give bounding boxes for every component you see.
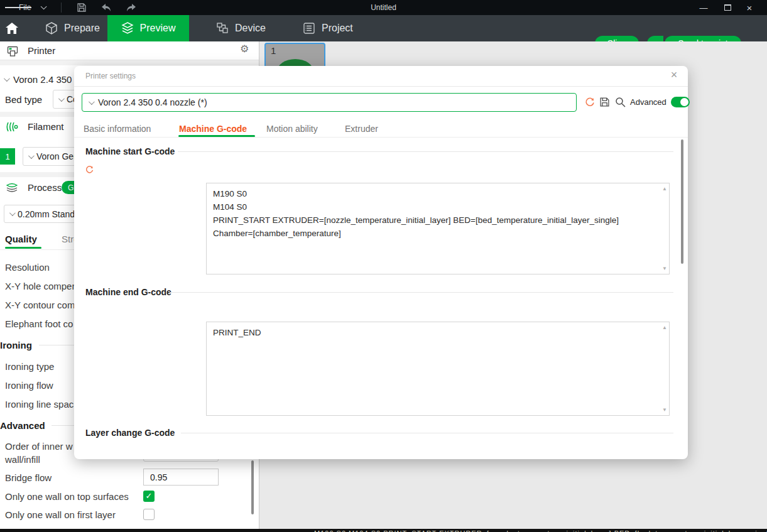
gear-icon[interactable]: ⚙ — [240, 43, 249, 55]
tab-project[interactable]: Project — [296, 15, 359, 41]
param-resolution[interactable]: Resolution — [5, 262, 50, 273]
process-preset-value: 0.20mm Stand — [18, 209, 75, 219]
tab-prepare[interactable]: Prepare — [39, 15, 106, 41]
bridge-flow-input[interactable] — [143, 469, 219, 486]
filament-section-title: Filament — [28, 121, 64, 132]
process-section-title: Process — [28, 182, 62, 193]
bottom-clipped-bar: M190 S0 M104 S0 PRINT_START EXTRUDER=[no… — [0, 529, 767, 532]
machine-end-gcode-box: PRINT_END ▲ ▼ — [206, 322, 670, 416]
dialog-preset-select[interactable]: Voron 2.4 350 0.4 nozzle (*) — [82, 93, 577, 112]
process-icon — [5, 181, 19, 193]
param-order-line2[interactable]: wall/infill — [5, 454, 40, 465]
machine-start-header: Machine start G-code — [85, 146, 175, 156]
close-window-icon[interactable]: × — [740, 0, 759, 15]
only-one-wall-top-checkbox[interactable]: ✓ — [143, 491, 155, 502]
param-ironing-type[interactable]: Ironing type — [5, 361, 54, 372]
scroll-up-icon[interactable]: ▲ — [662, 325, 667, 330]
dialog-scrollbar[interactable] — [681, 139, 683, 264]
only-one-wall-first-label: Only one wall on first layer — [5, 509, 116, 520]
param-ironing-spacing[interactable]: Ironing line spac — [5, 399, 73, 410]
tab-project-label: Project — [322, 23, 353, 34]
chevron-down-icon — [89, 99, 95, 105]
scroll-down-icon[interactable]: ▼ — [662, 266, 667, 271]
advanced-label: Advanced — [630, 97, 666, 107]
machine-start-gcode-textarea[interactable]: M190 S0 M104 S0 PRINT_START EXTRUDER=[no… — [207, 183, 669, 274]
printer-preset-select[interactable]: Voron 2.4 350 ( — [4, 74, 78, 85]
advanced-header: Advanced — [0, 420, 45, 431]
advanced-toggle[interactable] — [671, 97, 690, 107]
printer-settings-dialog: Printer settings × Voron 2.4 350 0.4 noz… — [74, 66, 688, 459]
reset-param-icon[interactable] — [85, 165, 94, 175]
project-icon — [303, 22, 315, 35]
filament-icon — [5, 121, 19, 133]
tab-quality-underline — [5, 247, 41, 249]
bed-type-label: Bed type — [5, 94, 42, 105]
printer-preset-value: Voron 2.4 350 ( — [13, 74, 78, 85]
header-line — [178, 151, 673, 152]
machine-end-header: Machine end G-code — [85, 287, 171, 297]
only-one-wall-top-label: Only one wall on top surfaces — [5, 491, 129, 502]
plate-number: 1 — [271, 45, 276, 56]
titlebar-divider — [61, 3, 62, 13]
param-xy-hole[interactable]: X-Y hole compen — [5, 281, 77, 291]
clipped-text: M190 S0 M104 S0 PRINT_START EXTRUDER=[no… — [314, 529, 767, 532]
chevron-down-icon — [28, 153, 35, 159]
only-one-wall-first-checkbox[interactable] — [143, 509, 155, 520]
sidebar-scrollbar[interactable] — [251, 460, 254, 514]
tab-prepare-label: Prepare — [64, 23, 100, 34]
tab-quality[interactable]: Quality — [5, 234, 37, 244]
tab-device[interactable]: Device — [210, 15, 272, 41]
device-icon — [216, 22, 229, 35]
tab-preview[interactable]: Preview — [107, 15, 189, 41]
preview-layers-icon — [121, 22, 134, 35]
section-gap — [0, 60, 259, 65]
chevron-down-icon — [4, 75, 10, 82]
close-dialog-icon[interactable]: × — [666, 68, 682, 82]
layer-change-header: Layer change G-code — [85, 428, 175, 438]
chevron-down-icon — [58, 95, 65, 102]
scroll-down-icon[interactable]: ▼ — [662, 407, 667, 413]
bridge-flow-label: Bridge flow — [5, 472, 52, 483]
filament-slot-badge[interactable]: 1 — [0, 148, 15, 165]
dialog-preset-value: Voron 2.4 350 0.4 nozzle (*) — [98, 97, 207, 107]
reset-icon[interactable] — [584, 97, 596, 108]
tab-machine-gcode[interactable]: Machine G-code — [179, 124, 247, 134]
param-ironing-flow[interactable]: Ironing flow — [5, 380, 53, 391]
scroll-up-icon[interactable]: ▲ — [662, 186, 667, 192]
param-xy-contour[interactable]: X-Y contour com — [5, 300, 75, 310]
machine-start-gcode-box: M190 S0 M104 S0 PRINT_START EXTRUDER=[no… — [206, 183, 670, 274]
save-icon[interactable] — [77, 0, 87, 15]
header-line — [181, 433, 673, 433]
file-menu-chevron-icon[interactable] — [40, 0, 45, 15]
printer-section-title: Printer — [28, 45, 55, 56]
titlebar: File Untitled — × — [0, 0, 767, 15]
tab-extruder[interactable]: Extruder — [345, 124, 378, 134]
maximize-icon[interactable] — [718, 0, 737, 15]
file-menu[interactable]: File — [19, 0, 31, 15]
header-line — [170, 292, 673, 293]
printer-icon — [6, 45, 19, 58]
param-order-line1[interactable]: Order of inner w — [5, 441, 73, 452]
main-navbar: Prepare Preview Device Project Slice Sen… — [0, 15, 767, 41]
minimize-icon[interactable]: — — [694, 0, 713, 15]
ironing-header: Ironing — [0, 340, 32, 350]
dialog-title: Printer settings — [85, 72, 136, 80]
tab-basic-information[interactable]: Basic information — [84, 124, 151, 134]
redo-icon[interactable] — [126, 0, 137, 15]
window-title: Untitled — [0, 0, 767, 15]
divider — [74, 86, 688, 87]
divider — [74, 137, 688, 138]
chevron-down-icon — [9, 210, 16, 216]
machine-end-gcode-textarea[interactable]: PRINT_END — [207, 322, 669, 415]
search-icon[interactable] — [614, 96, 626, 108]
tab-device-label: Device — [235, 23, 266, 34]
prepare-box-icon — [45, 22, 58, 35]
param-elephant-foot[interactable]: Elephant foot co — [5, 318, 73, 329]
tab-motion-ability[interactable]: Motion ability — [266, 124, 318, 134]
home-icon[interactable] — [5, 15, 28, 41]
save-preset-icon[interactable] — [599, 97, 610, 107]
undo-icon[interactable] — [101, 0, 112, 15]
tab-preview-label: Preview — [140, 23, 176, 34]
